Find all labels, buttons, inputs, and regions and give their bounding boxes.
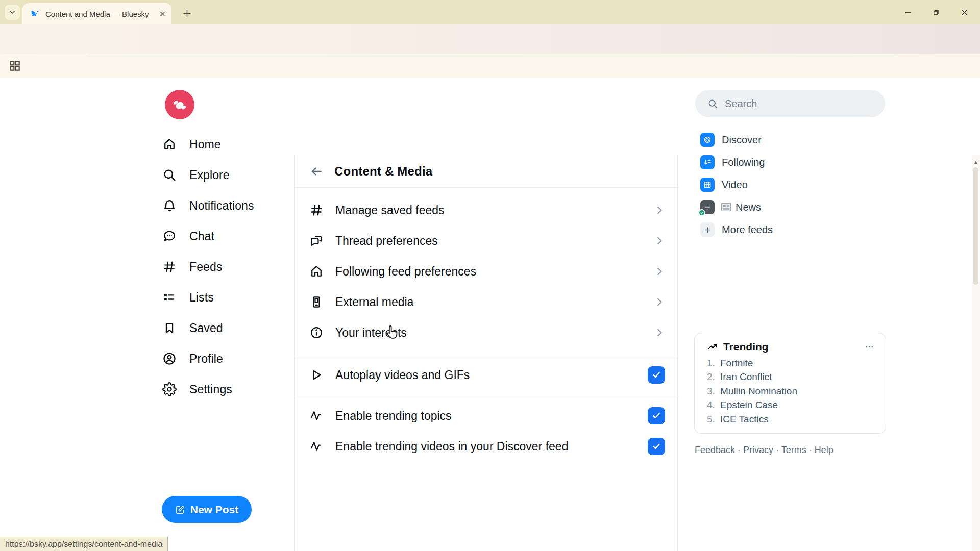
trending-topic: Fortnite	[720, 358, 753, 369]
privacy-link[interactable]: Privacy	[743, 445, 773, 455]
browser-window: Content and Media — Bluesky bsky.app/set…	[0, 0, 980, 551]
plus-icon	[182, 9, 192, 18]
video-feed-icon	[700, 178, 715, 192]
chat-icon	[162, 229, 177, 243]
feedback-link[interactable]: Feedback	[695, 445, 735, 455]
hash-icon	[162, 260, 177, 274]
trending-item[interactable]: 4. Epstein Case	[707, 399, 870, 413]
activity-icon	[309, 439, 324, 454]
discover-feed-icon	[700, 133, 715, 147]
back-button[interactable]	[310, 165, 323, 178]
more-feeds-button[interactable]: More feeds	[700, 219, 879, 240]
minimize-button[interactable]	[899, 4, 917, 20]
sidebar-item-saved[interactable]: Saved	[162, 319, 275, 337]
scrollbar[interactable]: ▲ ▼	[972, 155, 980, 551]
list-icon	[162, 290, 177, 305]
settings-row-label: Thread preferences	[335, 234, 654, 248]
browser-toolbar: bsky.app/settings/content-and-media S	[0, 24, 980, 54]
sidebar-item-home[interactable]: Home	[162, 136, 275, 153]
minimize-icon	[904, 8, 912, 16]
settings-row-manage-saved-feeds[interactable]: Manage saved feeds	[295, 195, 678, 226]
settings-row-following-feed-preferences[interactable]: Following feed preferences	[295, 256, 678, 287]
help-link[interactable]: Help	[815, 445, 834, 455]
trending-rank: 1.	[707, 358, 720, 369]
new-tab-button[interactable]	[180, 6, 194, 20]
settings-row-label: Your interests	[335, 326, 654, 340]
search-box[interactable]	[695, 90, 885, 117]
settings-row-external-media[interactable]: External media	[295, 287, 678, 317]
trending-item[interactable]: 1. Fortnite	[707, 358, 870, 371]
sidebar-item-explore[interactable]: Explore	[162, 166, 275, 184]
sidebar-item-label: Home	[189, 138, 221, 152]
trending-item[interactable]: 2. Iran Conflict	[707, 371, 870, 385]
search-icon	[162, 168, 177, 182]
restore-icon	[932, 8, 940, 16]
restore-button[interactable]	[927, 4, 944, 20]
sidebar-item-label: Notifications	[189, 199, 254, 213]
sidebar-item-label: Chat	[189, 230, 214, 243]
trending-topics-checkbox[interactable]	[648, 407, 665, 424]
close-window-button[interactable]	[955, 4, 973, 20]
separator: ·	[738, 445, 741, 455]
verified-check-icon	[698, 209, 705, 216]
settings-row-thread-preferences[interactable]: Thread preferences	[295, 226, 678, 256]
terms-link[interactable]: Terms	[781, 445, 806, 455]
new-post-button[interactable]: New Post	[162, 496, 252, 523]
trending-topic: Mullin Nomination	[720, 386, 797, 397]
newspaper-icon	[721, 203, 731, 212]
sidebar-item-feeds[interactable]: Feeds	[162, 258, 275, 276]
sidebar-item-notifications[interactable]: Notifications	[162, 197, 275, 214]
sidebar-item-settings[interactable]: Settings	[162, 381, 275, 398]
page-title: Content & Media	[334, 164, 432, 179]
sidebar-item-lists[interactable]: Lists	[162, 289, 275, 306]
feed-item-discover[interactable]: Discover	[700, 130, 879, 150]
divider	[295, 396, 678, 396]
settings-row-trending-videos: Enable trending videos in your Discover …	[295, 431, 678, 462]
separator: ·	[776, 445, 779, 455]
divider	[295, 356, 678, 356]
gear-icon	[162, 382, 177, 396]
film-icon	[703, 180, 712, 189]
trending-item[interactable]: 3. Mullin Nomination	[707, 386, 870, 399]
discover-flame-icon	[703, 135, 712, 144]
news-feed-avatar	[700, 200, 715, 214]
sidebar-item-label: Lists	[189, 291, 214, 305]
sidebar-item-chat[interactable]: Chat	[162, 228, 275, 245]
settings-row-your-interests[interactable]: Your interests	[295, 317, 678, 348]
settings-row-label: Manage saved feeds	[335, 204, 654, 217]
person-icon	[162, 352, 177, 366]
tab-search-button[interactable]	[5, 5, 20, 20]
trending-videos-checkbox[interactable]	[648, 438, 665, 455]
scrollbar-thumb[interactable]	[973, 167, 978, 285]
feed-item-news[interactable]: News	[700, 197, 879, 217]
search-input[interactable]	[725, 98, 868, 110]
sidebar-item-profile[interactable]: Profile	[162, 350, 275, 367]
chevron-right-icon	[654, 235, 665, 246]
chevron-right-icon	[654, 266, 665, 277]
apps-grid-button[interactable]	[8, 59, 21, 72]
mouse-cursor	[384, 324, 400, 341]
browser-tab[interactable]: Content and Media — Bluesky	[22, 3, 172, 24]
settings-panel: Content & Media Manage saved feeds Threa…	[294, 155, 678, 551]
autoplay-checkbox[interactable]	[648, 366, 665, 384]
status-bar: https://bsky.app/settings/content-and-me…	[0, 537, 168, 551]
feed-item-video[interactable]: Video	[700, 174, 879, 195]
ellipsis-icon	[864, 342, 874, 352]
trending-topic: Iran Conflict	[720, 371, 772, 383]
feed-label: Discover	[722, 134, 762, 146]
grid-icon	[8, 59, 21, 72]
settings-row-label: Following feed preferences	[335, 265, 654, 279]
tab-close-icon[interactable]	[159, 10, 166, 18]
trending-header: Trending	[707, 339, 874, 355]
chevron-down-icon	[8, 8, 16, 16]
trending-item[interactable]: 5. ICE Tactics	[707, 414, 870, 428]
feed-item-following[interactable]: Following	[700, 152, 879, 172]
toggle-label: Enable trending topics	[335, 409, 648, 423]
trending-rank: 2.	[707, 371, 720, 383]
feed-label: Video	[722, 179, 748, 191]
trending-menu-button[interactable]	[864, 342, 874, 352]
trending-up-icon	[707, 341, 718, 353]
user-avatar[interactable]	[165, 90, 194, 119]
status-url: https://bsky.app/settings/content-and-me…	[5, 540, 162, 549]
scroll-up-arrow[interactable]: ▲	[972, 156, 980, 167]
